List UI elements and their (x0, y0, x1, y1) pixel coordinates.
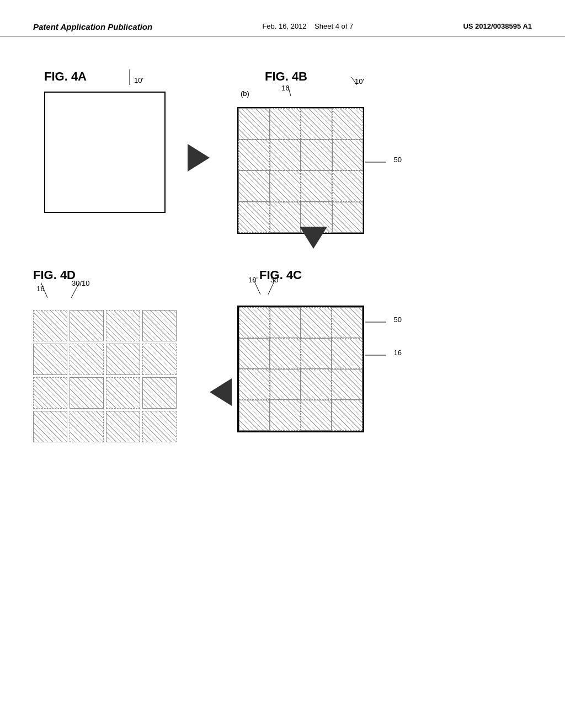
grid-cell (332, 400, 363, 431)
fig4d-leaders (41, 282, 96, 299)
grid-cell (142, 310, 177, 341)
grid-cell (301, 108, 332, 140)
fig4b-grid (237, 107, 364, 234)
grid-cell (33, 344, 67, 375)
fig4c-leader-16 (364, 306, 395, 372)
fig4a-label: FIG. 4A (44, 69, 87, 84)
header-sheet: Sheet 4 of 7 (315, 22, 353, 30)
grid-cell (33, 411, 67, 442)
fig4a-leader-line (121, 69, 138, 86)
grid-cell (70, 377, 104, 409)
header-publication-type: Patent Application Publication (33, 22, 152, 31)
grid-cell (301, 369, 332, 400)
arrow-4b-to-4c (300, 227, 327, 249)
fig4a-square (44, 92, 166, 213)
grid-cell (332, 307, 363, 338)
svg-line-1 (351, 77, 357, 85)
fig4c-ref-16: 16 (394, 349, 402, 357)
grid-cell (106, 411, 140, 442)
fig4b-group: FIG. 4B 10' (b) 16 (237, 69, 364, 234)
grid-cell (239, 338, 270, 369)
fig4c-grid (239, 307, 363, 431)
grid-cell (33, 377, 67, 409)
fig4d-grid (33, 310, 177, 442)
grid-cell (238, 202, 270, 233)
grid-cell (238, 140, 270, 171)
grid-cell (270, 170, 301, 202)
page-header: Patent Application Publication Feb. 16, … (0, 0, 565, 36)
fig4d-label: FIG. 4D (33, 268, 177, 282)
grid-cell (142, 344, 177, 375)
grid-cell (332, 338, 363, 369)
grid-cell (332, 140, 364, 171)
grid-cell (239, 400, 270, 431)
grid-cell (301, 307, 332, 338)
fig4b-leader-16 (288, 86, 299, 97)
grid-cell (142, 377, 177, 409)
grid-cell (301, 170, 332, 202)
grid-cell (301, 140, 332, 171)
svg-line-4 (253, 279, 260, 295)
grid-cell (270, 338, 301, 369)
grid-cell (106, 344, 140, 375)
fig4d-group: FIG. 4D 16 30/10 (33, 268, 177, 442)
grid-cell (270, 108, 301, 140)
grid-cell (70, 411, 104, 442)
header-date-sheet: Feb. 16, 2012 Sheet 4 of 7 (262, 22, 353, 30)
grid-cell (301, 400, 332, 431)
header-patent-number: US 2012/0038595 A1 (463, 22, 532, 30)
svg-line-8 (41, 282, 47, 298)
grid-cell (270, 140, 301, 171)
grid-cell (142, 411, 177, 442)
fig4c-group: FIG. 4C 10' 30 50 (237, 268, 364, 432)
grid-cell (332, 108, 364, 140)
grid-cell (239, 369, 270, 400)
grid-cell (106, 310, 140, 341)
fig4a-group: FIG. 4A 10' (44, 69, 177, 218)
grid-cell (238, 170, 270, 202)
grid-cell (270, 369, 301, 400)
grid-cell (301, 338, 332, 369)
fig4d-grid-wrapper (33, 310, 177, 442)
grid-cell (106, 377, 140, 409)
grid-cell (332, 369, 363, 400)
svg-line-9 (71, 282, 79, 298)
fig4b-ref-50: 50 (394, 156, 402, 164)
fig4b-label: FIG. 4B (265, 69, 364, 84)
grid-cell (70, 310, 104, 341)
grid-cell (70, 344, 104, 375)
grid-cell (332, 170, 364, 202)
svg-line-2 (288, 86, 291, 96)
fig4b-annot-b: (b) (241, 89, 249, 98)
svg-line-5 (268, 279, 275, 295)
grid-cell (270, 307, 301, 338)
arrow-4c-to-4d (210, 378, 232, 406)
header-date: Feb. 16, 2012 (262, 22, 306, 30)
fig4c-outer-border (237, 306, 364, 432)
fig4b-leader-10prime (351, 77, 365, 91)
fig4b-leader-50 (364, 107, 395, 217)
fig4c-ref-50: 50 (394, 315, 402, 324)
grid-cell (270, 202, 301, 233)
grid-cell (239, 307, 270, 338)
grid-cell (238, 108, 270, 140)
fig4c-leader-10prime (250, 279, 284, 296)
grid-cell (33, 310, 67, 341)
arrow-4a-to-4b (188, 144, 210, 172)
grid-cell (270, 400, 301, 431)
main-content: FIG. 4A 10' FIG. 4B (0, 36, 565, 720)
grid-cell (332, 202, 364, 233)
